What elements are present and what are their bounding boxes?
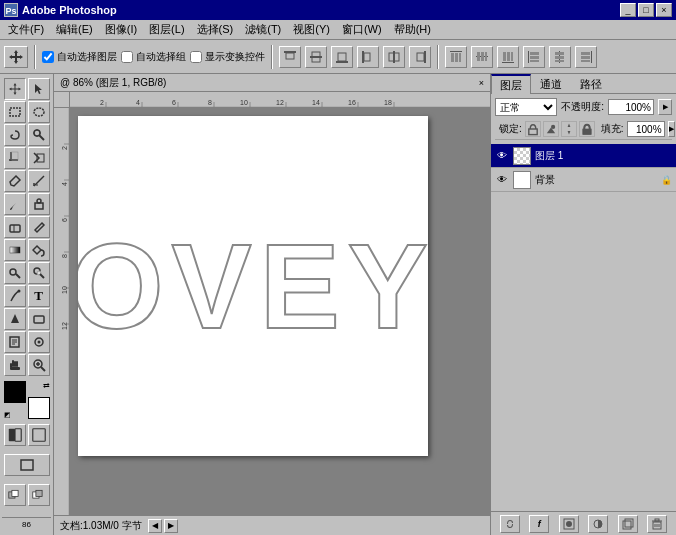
align-left-button[interactable]: [357, 46, 379, 68]
foreground-color-swatch[interactable]: [4, 381, 26, 403]
paint-bucket-icon[interactable]: [28, 239, 50, 261]
layer-mask-button[interactable]: [559, 515, 579, 533]
background-color-swatch[interactable]: [28, 397, 50, 419]
layer-item-1[interactable]: 👁 图层 1: [491, 144, 676, 168]
align-vcenter-button[interactable]: [305, 46, 327, 68]
align-hcenter-button[interactable]: [383, 46, 405, 68]
notes-icon[interactable]: [4, 331, 26, 353]
rect-marquee-icon[interactable]: [4, 101, 26, 123]
distribute-left-button[interactable]: [523, 46, 545, 68]
eraser-icon[interactable]: [4, 216, 26, 238]
move-tool-icon[interactable]: [4, 78, 26, 100]
new-layer-button[interactable]: [618, 515, 638, 533]
svg-point-60: [10, 269, 16, 275]
status-nav-left[interactable]: ◀: [148, 519, 162, 533]
maximize-button[interactable]: □: [638, 3, 654, 17]
lock-transparent-btn[interactable]: [525, 121, 541, 137]
measure-icon[interactable]: [28, 170, 50, 192]
tab-paths[interactable]: 路径: [571, 74, 611, 93]
menu-window[interactable]: 窗口(W): [336, 20, 388, 39]
opacity-input[interactable]: [608, 99, 654, 115]
stamp-icon[interactable]: [28, 193, 50, 215]
forward-icon[interactable]: [4, 484, 26, 506]
menu-layer[interactable]: 图层(L): [143, 20, 190, 39]
distribute-vcenter-button[interactable]: [471, 46, 493, 68]
gradient-icon[interactable]: [4, 239, 26, 261]
menu-file[interactable]: 文件(F): [2, 20, 50, 39]
auto-select-group-checkbox[interactable]: [121, 51, 133, 63]
crop-icon[interactable]: [4, 147, 26, 169]
show-transform-controls-group[interactable]: 显示变换控件: [190, 50, 265, 64]
default-colors-icon[interactable]: ◩: [4, 411, 11, 419]
auto-select-group-group[interactable]: 自动选择组: [121, 50, 186, 64]
status-nav[interactable]: ◀ ▶: [148, 519, 178, 533]
align-right-button[interactable]: [409, 46, 431, 68]
layer-item-bg[interactable]: 👁 背景 🔒: [491, 168, 676, 192]
switch-colors-icon[interactable]: ⇄: [43, 381, 50, 390]
menu-image[interactable]: 图像(I): [99, 20, 143, 39]
fill-arrow[interactable]: ▶: [668, 121, 675, 137]
close-button[interactable]: ×: [656, 3, 672, 17]
status-nav-right[interactable]: ▶: [164, 519, 178, 533]
eyedropper-icon[interactable]: [4, 170, 26, 192]
screen-mode-button[interactable]: [4, 454, 50, 476]
link-layers-button[interactable]: [500, 515, 520, 533]
audio-icon[interactable]: [28, 331, 50, 353]
main-area: T: [0, 74, 676, 535]
opacity-arrow[interactable]: ▶: [658, 99, 672, 115]
palette-icon[interactable]: [28, 484, 50, 506]
minimize-button[interactable]: _: [620, 3, 636, 17]
lasso-icon[interactable]: [4, 124, 26, 146]
delete-layer-button[interactable]: [647, 515, 667, 533]
menu-help[interactable]: 帮助(H): [388, 20, 437, 39]
svg-rect-20: [481, 52, 484, 61]
auto-select-layer-group[interactable]: 自动选择图层: [42, 50, 117, 64]
distribute-right-button[interactable]: [575, 46, 597, 68]
ellipse-marquee-icon[interactable]: [28, 101, 50, 123]
canvas-close-button[interactable]: ×: [479, 78, 484, 88]
layer-bg-visibility[interactable]: 👁: [495, 173, 509, 187]
zoom-icon[interactable]: [28, 354, 50, 376]
menu-filter[interactable]: 滤镜(T): [239, 20, 287, 39]
dodge-icon[interactable]: [4, 262, 26, 284]
show-transform-checkbox[interactable]: [190, 51, 202, 63]
distribute-top-button[interactable]: [445, 46, 467, 68]
menu-select[interactable]: 选择(S): [191, 20, 240, 39]
pencil-icon[interactable]: [28, 216, 50, 238]
distribute-bottom-button[interactable]: [497, 46, 519, 68]
svg-rect-84: [32, 429, 44, 441]
hand-icon[interactable]: [4, 354, 26, 376]
ruler-top-row: 2 4 6 8 10 12 14 16 18: [54, 92, 490, 108]
quick-mask-icon[interactable]: [4, 424, 26, 446]
tab-channels[interactable]: 通道: [531, 74, 571, 93]
layer-1-visibility[interactable]: 👁: [495, 149, 509, 163]
blur-icon[interactable]: [28, 262, 50, 284]
canvas-scroll-area[interactable]: OVEY: [70, 108, 490, 515]
standard-mode-icon[interactable]: [28, 424, 50, 446]
path-select-icon[interactable]: [4, 308, 26, 330]
slice-icon[interactable]: [28, 147, 50, 169]
blend-mode-select[interactable]: 正常: [495, 98, 557, 116]
pen-tool-icon[interactable]: [4, 285, 26, 307]
brush-icon[interactable]: [4, 193, 26, 215]
lock-image-btn[interactable]: [543, 121, 559, 137]
text-tool-icon[interactable]: T: [28, 285, 50, 307]
align-top-button[interactable]: [279, 46, 301, 68]
distribute-hcenter-button[interactable]: [549, 46, 571, 68]
tab-layers[interactable]: 图层: [491, 74, 531, 94]
align-bottom-button[interactable]: [331, 46, 353, 68]
cursor-tool-icon[interactable]: [28, 78, 50, 100]
auto-select-layer-checkbox[interactable]: [42, 51, 54, 63]
lock-position-btn[interactable]: [561, 121, 577, 137]
layer-effects-button[interactable]: f: [529, 515, 549, 533]
lock-all-btn[interactable]: [579, 121, 595, 137]
new-adjustment-layer-button[interactable]: [588, 515, 608, 533]
magic-wand-icon[interactable]: [28, 124, 50, 146]
move-tool-button[interactable]: [4, 46, 28, 68]
fill-input[interactable]: [627, 121, 665, 137]
window-controls[interactable]: _ □ ×: [620, 3, 672, 17]
shape-tool-icon[interactable]: [28, 308, 50, 330]
menu-edit[interactable]: 编辑(E): [50, 20, 99, 39]
svg-rect-26: [528, 51, 529, 63]
menu-view[interactable]: 视图(Y): [287, 20, 336, 39]
